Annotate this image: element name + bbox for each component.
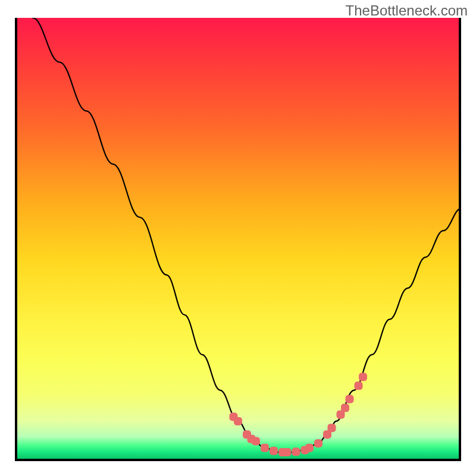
marker-point bbox=[305, 444, 314, 452]
curve-markers bbox=[230, 372, 368, 456]
marker-point bbox=[292, 447, 300, 456]
watermark-text: TheBottleneck.com bbox=[346, 2, 468, 19]
marker-point bbox=[314, 439, 322, 447]
marker-point bbox=[355, 381, 363, 390]
marker-point bbox=[283, 448, 292, 456]
chart-plot-area bbox=[15, 18, 461, 461]
marker-point bbox=[346, 395, 354, 403]
marker-point bbox=[359, 372, 367, 381]
marker-point bbox=[252, 437, 260, 445]
marker-point bbox=[270, 447, 278, 455]
marker-point bbox=[261, 444, 269, 452]
marker-point bbox=[234, 417, 242, 425]
chart-svg bbox=[15, 18, 461, 461]
curve-line bbox=[33, 18, 461, 452]
marker-point bbox=[328, 424, 336, 432]
marker-point bbox=[341, 404, 349, 412]
